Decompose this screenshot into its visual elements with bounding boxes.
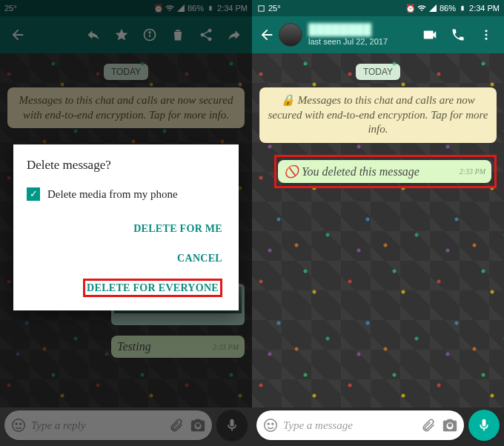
svg-point-11 xyxy=(268,423,269,425)
delete-for-everyone-button[interactable]: DELETE FOR EVERYONE xyxy=(27,273,225,303)
status-time: 2:34 PM xyxy=(469,4,500,13)
voice-call-button[interactable] xyxy=(445,21,471,48)
message-time: 2:33 PM xyxy=(213,343,239,351)
deleted-text: You deleted this message xyxy=(302,165,420,178)
dialog-title: Delete message? xyxy=(27,158,225,173)
message-text: Testing xyxy=(117,340,151,353)
avatar[interactable] xyxy=(279,23,302,47)
message-input[interactable]: Type a reply xyxy=(4,410,212,440)
phone-right: 25° ⏰ 86% 2:34 PM ████████ last seen Jul… xyxy=(252,0,504,446)
camera-icon[interactable] xyxy=(190,417,206,433)
deleted-message-bubble[interactable]: 🚫 You deleted this message 2:33 PM xyxy=(278,160,491,183)
svg-point-9 xyxy=(485,38,488,40)
message-bubble[interactable]: Testing 2:33 PM xyxy=(111,336,245,358)
selection-toolbar xyxy=(0,16,252,53)
message-input[interactable]: Type a message xyxy=(256,410,464,440)
status-bar: 25° ⏰ 86% 2:34 PM xyxy=(0,0,252,16)
status-temp: 25° xyxy=(268,4,281,13)
emoji-icon[interactable] xyxy=(10,417,27,433)
svg-point-10 xyxy=(265,419,277,432)
status-bar: 25° ⏰ 86% 2:34 PM xyxy=(252,0,504,16)
date-pill: TODAY xyxy=(356,64,400,80)
battery-pct: 86% xyxy=(440,4,456,13)
attach-icon[interactable] xyxy=(169,418,184,433)
signal-icon xyxy=(428,4,437,13)
back-button[interactable] xyxy=(256,21,277,48)
contact-name: ████████ xyxy=(308,24,388,35)
checkbox-icon: ✓ xyxy=(27,187,40,201)
input-bar: Type a message xyxy=(256,409,500,442)
menu-button[interactable] xyxy=(473,21,500,48)
delete-dialog: Delete message? ✓ Delete media from my p… xyxy=(13,144,239,310)
reply-button[interactable] xyxy=(80,21,107,48)
svg-point-2 xyxy=(149,32,150,33)
wifi-icon xyxy=(417,4,426,13)
svg-point-5 xyxy=(20,423,21,425)
camera-icon[interactable] xyxy=(442,417,458,433)
svg-rect-6 xyxy=(258,5,263,10)
input-placeholder: Type a reply xyxy=(31,419,165,432)
forward-button[interactable] xyxy=(221,21,248,48)
signal-icon xyxy=(176,4,185,13)
last-seen: last seen Jul 22, 2017 xyxy=(308,37,388,46)
message-time: 2:33 PM xyxy=(460,167,485,176)
blocked-icon: 🚫 xyxy=(284,165,302,178)
chat-body: TODAY 🔒 Messages to this chat and calls … xyxy=(252,53,504,407)
status-time: 2:34 PM xyxy=(217,4,248,13)
contact-info[interactable]: ████████ last seen Jul 22, 2017 xyxy=(308,24,388,46)
svg-point-12 xyxy=(272,423,273,425)
back-button[interactable] xyxy=(4,21,31,48)
screenshot-icon xyxy=(256,4,265,13)
alarm-icon: ⏰ xyxy=(154,4,163,13)
alarm-icon: ⏰ xyxy=(406,4,415,13)
info-button[interactable] xyxy=(136,21,163,48)
video-call-button[interactable] xyxy=(417,21,443,48)
battery-icon xyxy=(458,4,467,13)
delete-button[interactable] xyxy=(165,21,191,48)
input-bar: Type a reply xyxy=(4,409,248,442)
mic-button[interactable] xyxy=(468,410,500,441)
svg-point-7 xyxy=(485,30,488,32)
wifi-icon xyxy=(165,4,174,13)
encryption-info[interactable]: Messages to this chat and calls are now … xyxy=(7,87,245,128)
input-placeholder: Type a message xyxy=(283,419,417,432)
emoji-icon[interactable] xyxy=(262,417,279,433)
star-button[interactable] xyxy=(108,21,135,48)
svg-point-8 xyxy=(485,34,488,36)
attach-icon[interactable] xyxy=(421,418,436,433)
chat-toolbar: ████████ last seen Jul 22, 2017 xyxy=(252,16,504,53)
share-button[interactable] xyxy=(193,21,219,48)
status-temp: 25° xyxy=(4,4,17,13)
battery-icon xyxy=(206,4,215,13)
cancel-button[interactable]: CANCEL xyxy=(27,244,225,273)
phone-left: 25° ⏰ 86% 2:34 PM xyxy=(0,0,252,446)
encryption-info[interactable]: 🔒 Messages to this chat and calls are no… xyxy=(259,87,497,143)
mic-button[interactable] xyxy=(216,410,248,441)
delete-media-checkbox[interactable]: ✓ Delete media from my phone xyxy=(27,187,225,201)
date-pill: TODAY xyxy=(104,64,148,80)
delete-for-me-button[interactable]: DELETE FOR ME xyxy=(27,214,225,244)
svg-point-4 xyxy=(16,423,17,425)
svg-point-3 xyxy=(13,419,25,432)
battery-pct: 86% xyxy=(188,4,204,13)
